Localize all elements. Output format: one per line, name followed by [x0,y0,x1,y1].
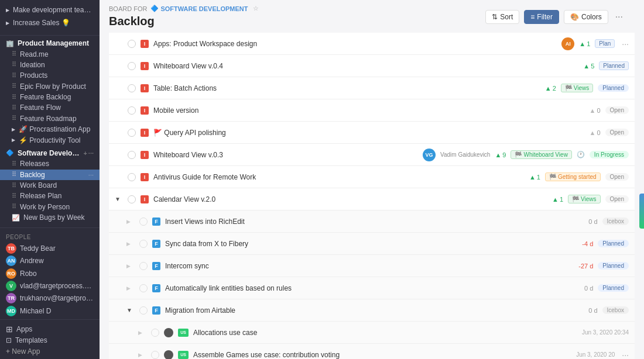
row-checkbox[interactable] [139,262,148,270]
sidebar-item-releases[interactable]: ⠿ Releases [0,158,100,169]
expand-icon[interactable]: ▶ [126,263,135,269]
sidebar-item-label: Work by Person [20,203,94,211]
add-icon[interactable]: + [83,150,87,157]
row-checkbox[interactable] [128,195,136,203]
sidebar-item-productivity[interactable]: ▶ ⚡ Productivity Tool [0,134,100,145]
sidebar-item-new-bugs[interactable]: 📈 New Bugs by Week [0,212,100,223]
sidebar-item-vlad[interactable]: V vlad@targetprocess.com [0,279,100,292]
sidebar-item-apps[interactable]: ⊞ Apps [0,323,100,335]
status-badge: In Progress [590,151,629,158]
sidebar-item-increase-sales[interactable]: ▶ Increase Sales 💡 [0,16,100,29]
expand-collapse-icon[interactable]: ▼ [115,196,123,202]
table-row[interactable]: ▶ US Assemble Games use case: contributi… [109,344,635,359]
table-row[interactable]: ▶ US Allocations use case Jun 3, 2020 20… [109,322,635,344]
sidebar-item-make-dev-team[interactable]: ▶ Make development team ... [0,4,100,16]
row-checkbox[interactable] [139,240,148,248]
vote-value: 9 [502,151,506,158]
sidebar-item-products[interactable]: ⠿ Products [0,70,100,81]
sidebar-item-work-board[interactable]: ⠿ Work Board [0,180,100,191]
palette-icon: 🎨 [570,13,579,21]
sidebar-item-feature-roadmap[interactable]: ⠿ Feature Roadmap [0,113,100,124]
row-checkbox[interactable] [128,129,136,137]
sidebar-item-release-plan[interactable]: ⠿ Release Plan [0,191,100,201]
sidebar-item-michael[interactable]: MD Michael D [0,305,100,317]
row-checkbox[interactable] [128,84,136,92]
table-row[interactable]: I Whiteboard View v.0.3 VG Vadim Gaiduke… [109,144,635,166]
project-link[interactable]: 🔷 SOFTWARE DEVELOPMENT [150,5,248,12]
sidebar-item-ideation[interactable]: ⠿ Ideation [0,60,100,70]
colors-label: Colors [581,13,602,21]
avatar: TR [6,293,16,303]
table-row[interactable]: I Whiteboard View v.0.4 ▲ 5 Planned [109,55,635,77]
sidebar-item-epic-flow[interactable]: ⠿ Epic Flow by Product [0,81,100,92]
vote-count: -27 d [578,263,593,270]
apps-icon: ⊞ [6,325,13,334]
sidebar-section-software-dev[interactable]: 🔷 Software Develop... + ··· [0,148,100,158]
sidebar-item-trukhanov[interactable]: TR trukhanov@targetprocess... [0,292,100,305]
timestamp: Jun 3, 2020 20 [576,351,615,358]
more-options-icon[interactable]: ··· [613,9,625,25]
row-more-icon[interactable]: ··· [622,350,629,360]
sidebar-item-teddy[interactable]: TB Teddy Bear [0,242,100,254]
table-row[interactable]: I 🚩 Query API polishing ▲ 0 Open [109,122,635,144]
vote-count: 0 d [584,285,593,292]
expand-icon[interactable]: ▶ [138,352,146,358]
table-row[interactable]: ▼ F Migration from Airtable 0 d Icebox [109,299,635,322]
sidebar-item-label: Backlog [20,171,85,179]
row-meta: Jun 3, 2020 20:34 [582,329,629,336]
table-row[interactable]: ▶ F Automatically link entities based on… [109,277,635,299]
sidebar-item-readMe[interactable]: ⠿ Read.me [0,49,100,59]
row-checkbox[interactable] [139,306,148,315]
row-checkbox[interactable] [128,151,136,159]
row-title: Allocations use case [193,329,577,337]
filter-button[interactable]: ≡ Filter [524,10,559,24]
row-checkbox[interactable] [128,40,136,48]
row-checkbox[interactable] [128,62,136,70]
table-row[interactable]: I Mobile version ▲ 0 Open [109,99,635,122]
row-checkbox[interactable] [139,284,148,292]
expand-icon[interactable]: ▶ [126,219,135,225]
table-row[interactable]: ▶ F Intercom sync -27 d Planned [109,255,635,277]
main-area: BOARD FOR 🔷 SOFTWARE DEVELOPMENT ☆ Backl… [100,0,644,359]
expand-icon[interactable]: ▶ [126,285,135,291]
row-checkbox[interactable] [151,329,159,337]
sidebar-item-robo[interactable]: RO Robo [0,267,100,279]
sidebar-item-backlog[interactable]: ⠿ Backlog ··· [0,170,100,180]
up-icon: ▲ [529,174,536,181]
row-checkbox[interactable] [139,218,148,226]
avatar: VG [423,149,436,161]
row-checkbox[interactable] [151,351,159,359]
sidebar-item-procrastination[interactable]: ▶ 🚀 Procrastination App [0,124,100,134]
row-meta: Jun 3, 2020 20 ··· [576,350,629,360]
expand-icon[interactable]: ▶ [138,330,146,336]
sidebar-item-templates[interactable]: ⊡ Templates [0,335,100,346]
table-row[interactable]: I Apps: Product Workspace design AI ▲ 1 … [109,33,635,55]
row-more-icon[interactable]: ··· [622,39,629,49]
avatar: AI [561,37,574,50]
star-icon[interactable]: ☆ [253,5,259,12]
sidebar-section-product-management[interactable]: 🏢 Product Management [0,38,100,49]
sidebar-item-andrew[interactable]: AN Andrew [0,255,100,267]
row-checkbox[interactable] [128,106,136,115]
table-row[interactable]: ▼ I Calendar View v.2.0 ▲ 1 🏁 Views Open [109,188,635,210]
tag-badge: Plan [595,39,615,48]
sidebar-item-work-by-person[interactable]: ⠿ Work by Person [0,202,100,212]
sidebar-item-label: trukhanov@targetprocess... [20,294,94,302]
more-icon[interactable]: ··· [88,171,94,178]
table-row[interactable]: I Table: Batch Actions ▲ 2 🏁 Views Plann… [109,77,635,99]
colors-button[interactable]: 🎨 Colors [564,10,608,24]
backlog-content: I Apps: Product Workspace design AI ▲ 1 … [100,33,644,359]
status-badge: Planned [598,284,629,292]
table-row[interactable]: ▶ F Sync data from X to Fibery -4 d Plan… [109,233,635,255]
sidebar-item-feature-backlog[interactable]: ⠿ Feature Backlog [0,92,100,102]
row-checkbox[interactable] [128,173,136,181]
sidebar-item-feature-flow[interactable]: ⠿ Feature Flow [0,102,100,113]
sidebar-item-new-app[interactable]: + New App [0,346,100,357]
expand-icon[interactable]: ▶ [126,241,135,247]
expand-collapse-icon[interactable]: ▼ [126,307,135,313]
more-icon[interactable]: ··· [88,150,94,157]
status-badge: Icebox [602,306,629,314]
table-row[interactable]: I Antivirus Guide for Remote Work ▲ 1 🏁 … [109,166,635,188]
sort-button[interactable]: ⇅ Sort [485,10,519,24]
table-row[interactable]: ▶ F Insert Views into RichEdit 0 d Icebo… [109,210,635,233]
